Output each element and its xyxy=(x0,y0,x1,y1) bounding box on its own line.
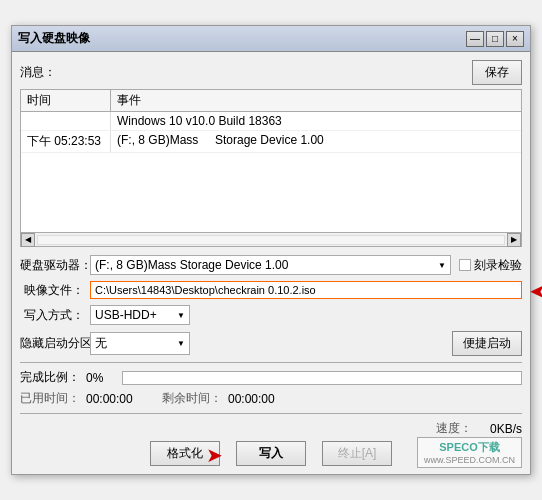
remaining-value: 00:00:00 xyxy=(228,392,288,406)
disk-dropdown[interactable]: (F:, 8 GB)Mass Storage Device 1.00 ▼ xyxy=(90,255,451,275)
image-input[interactable] xyxy=(90,281,522,299)
verify-checkbox[interactable] xyxy=(459,259,471,271)
scroll-left-arrow[interactable]: ◀ xyxy=(21,233,35,247)
divider-2 xyxy=(20,413,522,414)
write-button[interactable]: 写入 xyxy=(236,441,306,466)
scroll-track[interactable] xyxy=(37,235,505,245)
log-event-1: Windows 10 v10.0 Build 18363 xyxy=(111,112,521,130)
write-mode-arrow: ▼ xyxy=(177,311,185,320)
scroll-right-arrow[interactable]: ▶ xyxy=(507,233,521,247)
terminate-button[interactable]: 终止[A] xyxy=(322,441,392,466)
maximize-button[interactable]: □ xyxy=(486,31,504,47)
log-col-event-header: 事件 xyxy=(111,90,521,111)
main-window: 写入硬盘映像 — □ × 消息： 保存 时间 事件 Windows 10 v10… xyxy=(11,25,531,475)
image-file-row: 映像文件： ➤ xyxy=(20,281,522,299)
time-stats-row: 已用时间： 00:00:00 剩余时间： 00:00:00 xyxy=(20,390,522,407)
divider xyxy=(20,362,522,363)
messages-label: 消息： xyxy=(20,64,56,81)
log-body[interactable]: Windows 10 v10.0 Build 18363 下午 05:23:53… xyxy=(21,112,521,232)
log-area: 时间 事件 Windows 10 v10.0 Build 18363 下午 05… xyxy=(20,89,522,247)
close-button[interactable]: × xyxy=(506,31,524,47)
write-arrow-icon: ➤ xyxy=(206,443,223,467)
used-time-label: 已用时间： xyxy=(20,390,80,407)
save-button[interactable]: 保存 xyxy=(472,60,522,85)
hide-partition-control: 无 ▼ 便捷启动 xyxy=(90,331,522,356)
hide-partition-row: 隐藏启动分区： 无 ▼ 便捷启动 xyxy=(20,331,522,356)
watermark: SPECO下载 www.SPEED.COM.CN xyxy=(417,437,522,468)
log-empty-space xyxy=(21,153,521,213)
log-header: 时间 事件 xyxy=(21,90,521,112)
write-mode-value: USB-HDD+ xyxy=(95,308,157,322)
progress-section: 完成比例： 0% 已用时间： 00:00:00 剩余时间： 00:00:00 xyxy=(20,369,522,407)
speed-label: 速度： xyxy=(436,420,472,437)
convenient-start-button[interactable]: 便捷启动 xyxy=(452,331,522,356)
hide-partition-dropdown[interactable]: 无 ▼ xyxy=(90,332,190,355)
disk-label: 硬盘驱动器： xyxy=(20,257,90,274)
image-arrow-icon: ➤ xyxy=(529,279,542,303)
disk-dropdown-arrow: ▼ xyxy=(438,261,446,270)
log-time-1 xyxy=(21,112,111,130)
title-bar: 写入硬盘映像 — □ × xyxy=(12,26,530,52)
disk-control-area: (F:, 8 GB)Mass Storage Device 1.00 ▼ 刻录检… xyxy=(90,255,522,275)
progress-bar-container xyxy=(122,371,522,385)
hide-partition-arrow: ▼ xyxy=(177,339,185,348)
form-section: 硬盘驱动器： (F:, 8 GB)Mass Storage Device 1.0… xyxy=(20,255,522,356)
complete-label: 完成比例： xyxy=(20,369,80,386)
write-btn-container: ➤ 写入 xyxy=(236,441,306,466)
remaining-label: 剩余时间： xyxy=(162,390,222,407)
write-mode-control: USB-HDD+ ▼ xyxy=(90,305,522,325)
watermark-url: www.SPEED.COM.CN xyxy=(424,455,515,465)
disk-drive-row: 硬盘驱动器： (F:, 8 GB)Mass Storage Device 1.0… xyxy=(20,255,522,275)
write-mode-row: 写入方式： USB-HDD+ ▼ xyxy=(20,305,522,325)
disk-value: (F:, 8 GB)Mass Storage Device 1.00 xyxy=(95,258,288,272)
write-mode-dropdown[interactable]: USB-HDD+ ▼ xyxy=(90,305,190,325)
watermark-area: SPECO下载 www.SPEED.COM.CN xyxy=(417,437,522,468)
progress-row: 完成比例： 0% xyxy=(20,369,522,386)
minimize-button[interactable]: — xyxy=(466,31,484,47)
horizontal-scrollbar[interactable]: ◀ ▶ xyxy=(21,232,521,246)
window-content: 消息： 保存 时间 事件 Windows 10 v10.0 Build 1836… xyxy=(12,52,530,474)
speed-value: 0KB/s xyxy=(472,422,522,436)
complete-value: 0% xyxy=(86,371,116,385)
write-mode-label: 写入方式： xyxy=(20,307,90,324)
log-time-2: 下午 05:23:53 xyxy=(21,131,111,152)
watermark-text: SPECO下载 xyxy=(424,440,515,455)
window-controls: — □ × xyxy=(466,31,524,47)
log-event-2: (F:, 8 GB)Mass Storage Device 1.00 xyxy=(111,131,521,152)
log-row: Windows 10 v10.0 Build 18363 xyxy=(21,112,521,131)
verify-label: 刻录检验 xyxy=(474,257,522,274)
hide-partition-label: 隐藏启动分区： xyxy=(20,335,90,352)
log-row: 下午 05:23:53 (F:, 8 GB)Mass Storage Devic… xyxy=(21,131,521,153)
hide-partition-value: 无 xyxy=(95,335,107,352)
used-time-value: 00:00:00 xyxy=(86,392,146,406)
image-control-area: ➤ xyxy=(90,281,522,299)
window-title: 写入硬盘映像 xyxy=(18,30,90,47)
verify-checkbox-area: 刻录检验 xyxy=(459,257,522,274)
action-buttons-row: 格式化 ➤ 写入 终止[A] SPECO下载 www.SPEED.COM.CN xyxy=(20,441,522,466)
image-label: 映像文件： xyxy=(20,282,90,299)
log-col-time-header: 时间 xyxy=(21,90,111,111)
messages-header: 消息： 保存 xyxy=(20,60,522,85)
speed-row: 速度： 0KB/s xyxy=(20,420,522,437)
